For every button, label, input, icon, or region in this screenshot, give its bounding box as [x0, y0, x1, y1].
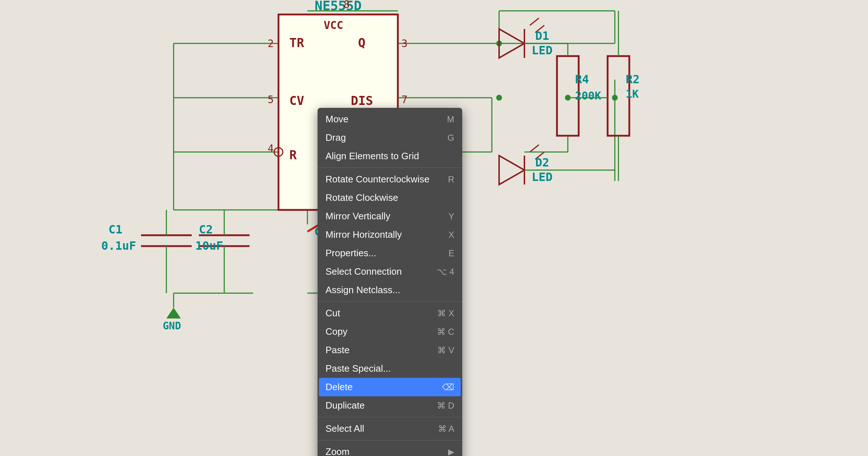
menu-label-paste-special: Paste Special... [326, 363, 391, 374]
menu-item-select-connection[interactable]: Select Connection ⌥ 4 [318, 262, 462, 281]
menu-label-mirror-v: Mirror Vertically [326, 211, 390, 222]
menu-shortcut-properties: E [448, 248, 454, 258]
menu-shortcut-duplicate: ⌘ D [437, 401, 454, 411]
svg-text:5: 5 [268, 94, 274, 106]
svg-text:LED: LED [532, 43, 553, 57]
svg-text:R: R [289, 148, 297, 162]
menu-shortcut-rotate-ccw: R [448, 174, 454, 185]
menu-label-assign-netclass: Assign Netclass... [326, 284, 400, 296]
menu-label-rotate-ccw: Rotate Counterclockwise [326, 174, 430, 185]
menu-label-move: Move [326, 114, 349, 125]
menu-shortcut-cut: ⌘ X [437, 308, 454, 318]
svg-text:R4: R4 [575, 72, 589, 86]
menu-item-move[interactable]: Move M [318, 110, 462, 128]
svg-text:Q: Q [358, 35, 365, 50]
menu-label-copy: Copy [326, 326, 348, 337]
svg-text:CV: CV [289, 93, 304, 108]
menu-item-drag[interactable]: Drag G [318, 128, 462, 147]
menu-item-delete[interactable]: Delete ⌫ [319, 378, 461, 396]
svg-text:3: 3 [401, 38, 408, 50]
svg-text:D2: D2 [535, 156, 549, 169]
svg-text:1K: 1K [626, 88, 639, 100]
svg-text:7: 7 [401, 94, 408, 106]
menu-item-rotate-ccw[interactable]: Rotate Counterclockwise R [318, 170, 462, 189]
svg-line-64 [530, 18, 539, 25]
menu-label-select-connection: Select Connection [326, 266, 402, 277]
svg-point-88 [565, 95, 571, 101]
menu-item-paste-special[interactable]: Paste Special... [318, 359, 462, 378]
svg-text:8: 8 [344, 0, 350, 10]
menu-label-duplicate: Duplicate [326, 400, 365, 411]
menu-shortcut-paste: ⌘ V [437, 345, 454, 355]
separator-3 [318, 417, 462, 417]
menu-shortcut-move: M [447, 114, 454, 124]
svg-text:DIS: DIS [351, 93, 373, 108]
svg-text:GND: GND [163, 320, 181, 332]
menu-shortcut-mirror-h: X [448, 230, 454, 240]
svg-text:TR: TR [289, 35, 304, 50]
menu-label-align: Align Elements to Grid [326, 151, 419, 162]
menu-item-assign-netclass[interactable]: Assign Netclass... [318, 281, 462, 299]
svg-text:2: 2 [268, 38, 274, 50]
svg-marker-68 [499, 156, 524, 185]
svg-text:VCC: VCC [324, 19, 343, 31]
menu-label-zoom: Zoom [326, 446, 349, 456]
menu-shortcut-drag: G [447, 133, 454, 143]
menu-item-copy[interactable]: Copy ⌘ C [318, 322, 462, 341]
menu-item-mirror-v[interactable]: Mirror Vertically Y [318, 207, 462, 225]
svg-text:0.1uF: 0.1uF [101, 239, 136, 253]
menu-shortcut-mirror-v: Y [448, 211, 454, 221]
menu-item-duplicate[interactable]: Duplicate ⌘ D [318, 396, 462, 415]
svg-text:R2: R2 [626, 72, 640, 86]
svg-text:D1: D1 [535, 29, 549, 43]
menu-shortcut-select-all: ⌘ A [438, 424, 454, 434]
menu-item-cut[interactable]: Cut ⌘ X [318, 304, 462, 322]
menu-item-zoom[interactable]: Zoom ▶ [318, 443, 462, 456]
svg-text:10uF: 10uF [195, 239, 223, 253]
menu-label-properties: Properties... [326, 248, 376, 259]
separator-2 [318, 301, 462, 302]
menu-label-rotate-cw: Rotate Clockwise [326, 192, 398, 203]
context-menu: Move M Drag G Align Elements to Grid Rot… [318, 108, 462, 456]
svg-text:C1: C1 [109, 223, 123, 236]
svg-text:4: 4 [268, 143, 274, 155]
submenu-arrow-icon: ▶ [448, 447, 454, 456]
menu-item-mirror-h[interactable]: Mirror Horizontally X [318, 225, 462, 244]
menu-item-rotate-cw[interactable]: Rotate Clockwise [318, 189, 462, 207]
menu-shortcut-select-connection: ⌥ 4 [437, 267, 454, 277]
svg-text:NE555D: NE555D [315, 0, 362, 13]
menu-item-properties[interactable]: Properties... E [318, 244, 462, 262]
svg-marker-56 [166, 308, 181, 318]
svg-point-21 [612, 95, 618, 101]
menu-label-drag: Drag [326, 132, 346, 143]
menu-item-select-all[interactable]: Select All ⌘ A [318, 419, 462, 438]
menu-label-mirror-h: Mirror Horizontally [326, 229, 402, 240]
menu-shortcut-copy: ⌘ C [437, 327, 454, 337]
menu-item-align[interactable]: Align Elements to Grid [318, 147, 462, 165]
menu-label-cut: Cut [326, 308, 340, 319]
menu-item-paste[interactable]: Paste ⌘ V [318, 341, 462, 359]
svg-point-22 [496, 95, 502, 101]
menu-label-delete: Delete [326, 381, 353, 393]
svg-text:C2: C2 [199, 223, 213, 236]
svg-line-70 [530, 145, 539, 152]
separator-1 [318, 168, 462, 168]
menu-shortcut-delete: ⌫ [442, 382, 454, 392]
separator-4 [318, 440, 462, 440]
menu-label-paste: Paste [326, 345, 350, 356]
svg-text:LED: LED [532, 170, 553, 184]
svg-text:200K: 200K [575, 89, 601, 102]
menu-label-select-all: Select All [326, 423, 364, 434]
